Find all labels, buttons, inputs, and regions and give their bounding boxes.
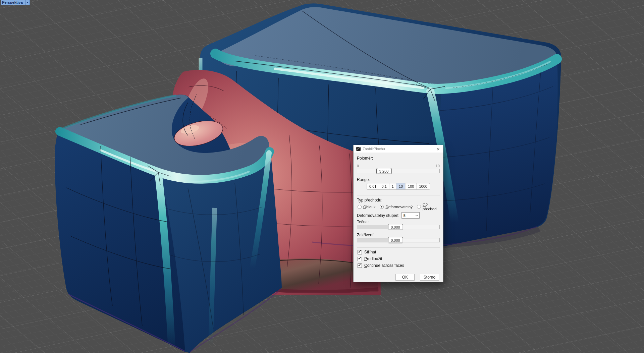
- dialog-title: ZaoblitPlochu: [363, 147, 436, 151]
- range-segmented-control: 0.01 0.1 1 10 100 1000: [354, 183, 443, 190]
- viewport-menu-button[interactable]: ▼: [25, 0, 30, 5]
- degree-value: 5: [404, 214, 406, 218]
- filletsrf-icon: [356, 147, 361, 151]
- viewport-title[interactable]: Perspektiva ▼: [1, 0, 30, 5]
- ok-button[interactable]: OK: [395, 274, 415, 281]
- continue-across-faces-label: Continue across faces: [364, 263, 404, 268]
- viewport-title-label[interactable]: Perspektiva: [1, 0, 25, 5]
- extend-label: Prodloužit: [364, 256, 382, 261]
- transition-type-label: Typ přechodu:: [357, 198, 382, 202]
- radio-g2-label[interactable]: G2 přechod: [423, 203, 441, 211]
- separator: [357, 195, 440, 195]
- trim-label: Stříhat: [364, 250, 376, 254]
- range-option-100[interactable]: 100: [405, 183, 416, 189]
- radio-arc-label[interactable]: Oblouk: [363, 205, 375, 209]
- radio-deformable-label[interactable]: Deformovatelný: [385, 205, 413, 209]
- dialog-titlebar[interactable]: ZaoblitPlochu ×: [354, 145, 443, 153]
- radius-min: 0: [357, 164, 359, 168]
- transition-radio-group: Oblouk Deformovatelný G2 přechod: [358, 203, 441, 211]
- radio-deformable[interactable]: [380, 205, 384, 209]
- radius-value-chip[interactable]: 3.200: [376, 168, 392, 174]
- curvature-label: Zakřivení:: [357, 233, 375, 237]
- tangent-label: Tečna:: [357, 220, 369, 224]
- trim-checkbox-row[interactable]: ✓ Stříhat: [358, 250, 376, 254]
- filletsrf-dialog[interactable]: ZaoblitPlochu × Poloměr: 0 10 3.200 Rang…: [353, 145, 443, 282]
- degree-label: Deformovatelný stupeň:: [357, 213, 399, 218]
- range-option-10[interactable]: 10: [396, 183, 405, 189]
- continue-across-faces-checkbox[interactable]: ✓: [358, 263, 362, 268]
- check-icon: ✓: [358, 262, 362, 268]
- curvature-slider[interactable]: 0.000: [357, 238, 440, 242]
- range-label: Range:: [357, 177, 370, 182]
- radio-arc[interactable]: [358, 205, 362, 209]
- close-icon[interactable]: ×: [436, 146, 440, 152]
- radius-label: Poloměr:: [357, 156, 373, 161]
- separator: [357, 211, 440, 211]
- radio-g2[interactable]: [417, 205, 421, 209]
- extend-checkbox-row[interactable]: ✓ Prodloužit: [358, 256, 382, 261]
- degree-dropdown[interactable]: 5: [401, 212, 420, 219]
- cancel-button[interactable]: Storno: [420, 274, 439, 281]
- check-icon: ✓: [358, 249, 362, 254]
- check-icon: ✓: [358, 256, 362, 261]
- tangent-value-chip[interactable]: 0.000: [388, 224, 403, 230]
- rhino-viewport[interactable]: Perspektiva ▼ ZaoblitPlochu × Poloměr: 0…: [0, 0, 644, 353]
- extend-checkbox[interactable]: ✓: [358, 257, 362, 261]
- trim-checkbox[interactable]: ✓: [358, 250, 362, 254]
- chevron-down-icon: [415, 214, 418, 216]
- radius-minmax: 0 10: [357, 164, 440, 168]
- range-option-1[interactable]: 1: [389, 183, 396, 189]
- continue-across-faces-checkbox-row[interactable]: ✓ Continue across faces: [358, 263, 404, 268]
- chevron-down-icon: ▼: [26, 1, 29, 4]
- range-option-01[interactable]: 0.1: [379, 183, 389, 189]
- separator: [357, 247, 440, 248]
- 3d-scene[interactable]: [0, 0, 644, 353]
- range-option-1000[interactable]: 1000: [416, 183, 429, 189]
- radius-max: 10: [436, 164, 440, 168]
- tangent-slider[interactable]: 0.000: [357, 225, 440, 229]
- radius-slider[interactable]: 3.200: [357, 169, 440, 173]
- range-option-001[interactable]: 0.01: [367, 183, 379, 189]
- curvature-value-chip[interactable]: 0.000: [388, 237, 403, 243]
